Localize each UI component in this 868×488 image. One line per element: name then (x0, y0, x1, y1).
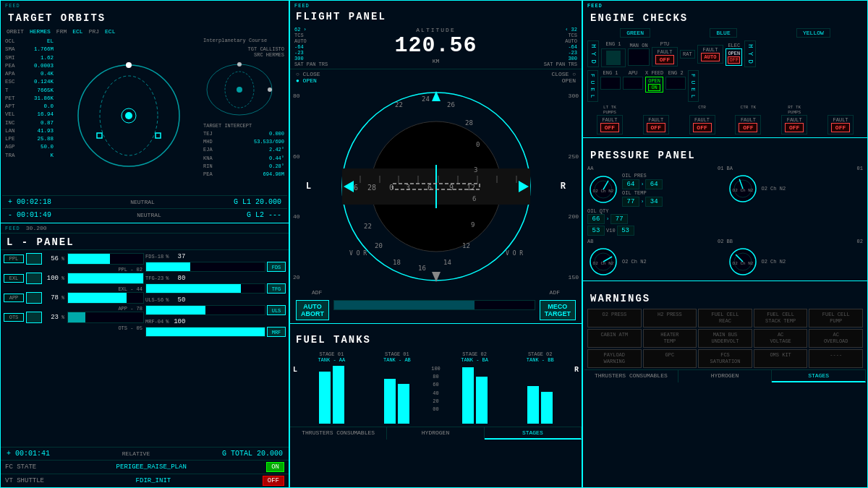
bb-gauge-svg: O2 Ch N2 (727, 246, 759, 278)
engine-row-1: H Y D ENG 1 MAN ON PTU FAULT OFF (584, 39, 866, 69)
warn-oms: OMS KIT (754, 349, 808, 368)
meco-target-button[interactable]: MECOTARGET (540, 300, 576, 320)
man-on-block: MAN ON (628, 43, 650, 66)
warnings-feed: FEED (587, 3, 603, 9)
fuel-left-label: F U E L (587, 70, 598, 102)
ots-bar-container (67, 312, 144, 323)
left-close-open: ○ CLOSE ● OPEN (296, 71, 320, 84)
pressure-ab: AB02 O2 Ch N2 O2 Ch N2 (587, 239, 724, 278)
right-gauges: FDS-18 % 37 FDS TFG-23 % 80 (145, 253, 286, 444)
gauge-tfg-row: TFG-23 % 80 (145, 275, 286, 282)
stage-01-aa: STAGE 01 TANK - AA (300, 351, 363, 424)
hyd-left-label: H Y D (587, 40, 599, 67)
flight-left-data: 62 › TCS AUTO -64 -23 300 SAT PAN TRS (294, 27, 328, 67)
warn-gpc: GPC (643, 349, 697, 368)
fuel-r-label: R (574, 366, 579, 374)
gauge-uls-row: ULS-56 % 50 (145, 296, 286, 304)
svg-text:16: 16 (418, 265, 426, 272)
auto-abort-button[interactable]: AUTOABORT (296, 300, 329, 320)
app-bar (68, 293, 127, 303)
fault-auto-block: FAULT AUTO (697, 45, 724, 64)
fault-auto-off[interactable]: AUTO (701, 53, 720, 61)
g-total: G TOTAL 20.000 (222, 450, 283, 458)
stage-02-ba: STAGE 02 TANK - BA (443, 351, 506, 424)
svg-text:9: 9 (449, 184, 454, 192)
engine-color-labels: GREEN BLUE YELLOW (584, 27, 866, 39)
ctr-tk-group: CTR TK FAULT OFF (735, 105, 761, 134)
ab-gauge-svg: O2 Ch N2 (587, 246, 619, 278)
tfg-bar-row: TFG (145, 283, 286, 294)
tab-thrusters[interactable]: THRUSTERS CONSUMABLES (290, 427, 387, 440)
aa-v10-in: 53 (587, 226, 605, 236)
gauge-app: APP 78 % (4, 292, 144, 304)
aa-oil-pres-out: 64 (645, 179, 663, 189)
fuel-tanks-content: L STAGE 01 TANK - AA STAGE 01 TANK - AB (290, 348, 582, 427)
aa-oil-temp-out: 34 (645, 197, 663, 207)
svg-text:18: 18 (393, 259, 401, 266)
altitude-label: ALTITUDE (331, 27, 541, 33)
ppl-bar (68, 254, 110, 264)
altitude-display-area: ALTITUDE 120.56 KM (331, 27, 541, 64)
uls-bar-row: ULS (145, 305, 286, 315)
tab-stages[interactable]: STAGES (485, 427, 582, 440)
fuel-l-label: L (293, 366, 297, 374)
warn-tab-thrusters[interactable]: THRUSTERS CONSUMABLES (584, 370, 678, 382)
ots-num: 23 (44, 314, 59, 321)
target-orbits-feed: FEED (5, 3, 20, 9)
adf-row: ADF ADF (290, 288, 582, 297)
pressure-section: FEED PRESSURE PANEL AA01 O2 Ch N2 (583, 138, 867, 281)
warn-tab-hydrogen[interactable]: HYDROGEN (678, 370, 773, 382)
rat-block: RAT (680, 50, 695, 59)
lt-tk-group: LT TK PUMPS FAULT OFF (597, 105, 623, 134)
aa-v10-out: 53 (617, 226, 634, 236)
warn-fuel-cell-pump: FUEL CELLPUMP (809, 309, 863, 328)
tab-hydrogen[interactable]: HYDROGEN (387, 427, 484, 440)
ab-readings: O2 Ch N2 (622, 259, 647, 265)
fc-state-on-button[interactable]: ON (266, 462, 284, 472)
fc-state-val: PERIGEE_RAISE_PLAN (116, 463, 187, 471)
orbit-label: ORBIT (7, 28, 24, 35)
eng1-indicator (601, 48, 626, 67)
svg-text:22: 22 (395, 101, 403, 108)
vt-shuttle-off-button[interactable]: OFF (263, 476, 284, 486)
warn-tab-stages[interactable]: STAGES (772, 370, 866, 382)
lt-tk-off[interactable]: OFF (600, 123, 619, 132)
engine-row-2: F U E L ENG 1 APU X FEED OPEN ON (584, 69, 866, 103)
l-panel-feed: FEED (5, 226, 20, 231)
uls-bar-container (145, 305, 265, 315)
fds-bar-row: FDS (145, 262, 286, 272)
exl-square (26, 273, 42, 284)
adf-left: ADF (312, 289, 322, 296)
svg-point-11 (268, 87, 272, 92)
svg-text:24: 24 (422, 95, 430, 103)
svg-text:22: 22 (364, 223, 372, 230)
ptu-fault-off[interactable]: OFF (655, 55, 674, 64)
aa-oil-temp-in: 77 (622, 197, 639, 207)
interplanetary-svg (203, 61, 276, 119)
svg-point-9 (237, 87, 242, 93)
svg-text:20: 20 (375, 242, 383, 249)
mrf-bar-row: MRF (145, 327, 286, 337)
right-panel: FEED ENGINE CHECKS GREEN BLUE YELLOW H Y… (582, 0, 868, 488)
vt-shuttle-row: VT SHUTTLE FDIR_INIT OFF (1, 474, 289, 487)
aa-oil-pres-in: 64 (622, 179, 639, 189)
interplanetary-area: Interplanetary Course TGT CALLISTO SRC H… (200, 36, 287, 195)
svg-text:O2 Ch N2: O2 Ch N2 (593, 261, 614, 266)
flight-data-row: 62 › TCS AUTO -64 -23 300 SAT PAN TRS AL… (290, 25, 582, 69)
eng1-block: ENG 1 (601, 41, 626, 67)
warn-ac-voltage: ACVOLTAGE (754, 329, 808, 348)
fc-state-label: FC STATE (5, 463, 36, 471)
aa-v10-row: 53 V10 53 (587, 226, 724, 236)
target-orbits-title: TARGET ORBITS (2, 2, 287, 27)
src-label: SRC HERMES (203, 52, 284, 58)
ctr-group: CTR FAULT OFF (689, 105, 715, 134)
elec-indicator: OPEN OFF (726, 48, 742, 66)
ptu-block: PTU FAULT OFF (652, 41, 678, 67)
svg-rect-6 (156, 133, 161, 138)
target-intercept: TARGET INTERCEPT TEJ0.000 MHD53.533/690 … (203, 123, 284, 179)
xfeed-block: X FEED OPEN ON (645, 70, 663, 102)
eng1-fuel-block: ENG 1 (600, 70, 621, 102)
ba-bars (443, 366, 506, 424)
green-label: GREEN (620, 28, 650, 38)
svg-text:12: 12 (467, 184, 475, 192)
